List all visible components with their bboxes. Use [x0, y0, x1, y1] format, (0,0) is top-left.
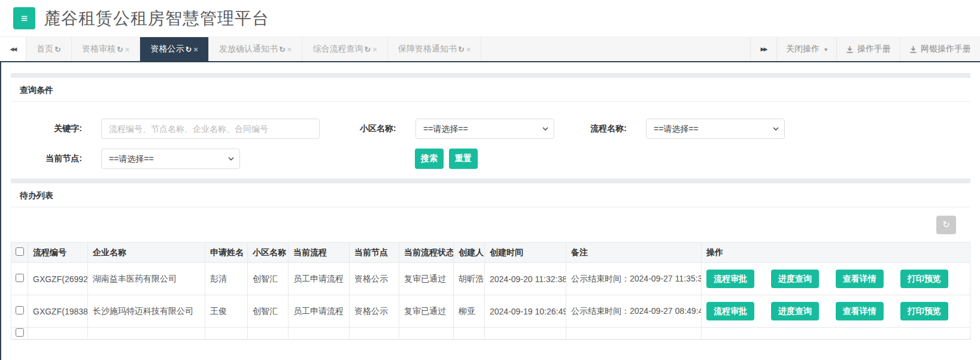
col-created: 创建时间: [485, 243, 566, 263]
tab-process-query[interactable]: 综合流程查询 ↻ ×: [302, 37, 388, 61]
scroll-tabs-right-button[interactable]: ▶▶: [750, 37, 776, 61]
refresh-icon[interactable]: ↻: [279, 45, 286, 54]
close-icon[interactable]: ×: [372, 45, 377, 54]
view-details-button[interactable]: 查看详情: [836, 302, 884, 320]
query-panel-body: 关键字: 小区名称: ==请选择== 流程名称: ==请选择== 当前节点: =…: [11, 102, 970, 169]
table-row: GXGZF(26992) 湖南益丰医药有限公司 彭清 创智汇 员工申请流程 资格…: [11, 263, 970, 295]
bank-manual-link[interactable]: 网银操作手册: [900, 37, 980, 61]
tab-bar: ◀◀ 首页 ↻ 资格审核 ↻ × 资格公示 ↻ × 发放确认通知书 ↻ × 综合…: [0, 37, 980, 62]
cell-remark: 公示结束时间：2024-09-27 11:35:35: [566, 263, 702, 295]
community-select-wrap: ==请选择==: [415, 119, 554, 139]
tabbar-spacer: [481, 37, 750, 61]
col-process-no: 流程编号: [28, 243, 88, 263]
cell-process: 员工申请流程: [289, 295, 350, 328]
tab-label: 发放确认通知书: [219, 44, 278, 55]
col-process: 当前流程: [289, 243, 350, 263]
tab-home[interactable]: 首页 ↻: [26, 37, 72, 61]
hamburger-menu-button[interactable]: ≡: [13, 7, 35, 29]
download-icon: [909, 46, 917, 53]
tab-label: 保障资格通知书: [398, 44, 457, 55]
refresh-icon[interactable]: ↻: [54, 45, 61, 54]
cell-community: 创智汇: [248, 295, 289, 328]
double-left-icon: ◀◀: [10, 46, 16, 52]
cell-node: 资格公示: [350, 295, 399, 328]
col-community: 小区名称: [248, 243, 289, 263]
todo-toolbar: ↻: [11, 207, 970, 242]
caret-down-icon: ▾: [824, 46, 827, 53]
todo-panel-title: 待办列表: [11, 183, 970, 207]
table-row-partial: [11, 328, 970, 340]
close-icon[interactable]: ×: [466, 45, 471, 54]
cell-process: 员工申请流程: [289, 263, 350, 295]
col-company: 企业名称: [88, 243, 205, 263]
print-preview-button[interactable]: 打印预览: [900, 302, 948, 320]
select-all-checkbox[interactable]: [16, 247, 24, 256]
scroll-tabs-left-button[interactable]: ◀◀: [0, 37, 26, 61]
refresh-icon[interactable]: ↻: [185, 45, 192, 54]
cell-creator: 柳亚: [454, 295, 485, 328]
col-applicant: 申请姓名: [205, 243, 248, 263]
progress-query-button[interactable]: 进度查询: [771, 302, 819, 320]
close-icon[interactable]: ×: [287, 45, 292, 54]
col-actions: 操作: [702, 243, 970, 263]
cell-creator: 胡昕浩: [454, 263, 485, 295]
tab-label: 资格审核: [82, 44, 116, 55]
bank-manual-label: 网银操作手册: [921, 44, 971, 55]
panel-top-strip: [11, 179, 970, 183]
col-status: 当前流程状态: [399, 243, 454, 263]
tab-guarantee-notice[interactable]: 保障资格通知书 ↻ ×: [388, 37, 482, 61]
cell-status: 复审已通过: [399, 295, 454, 328]
main-content: 查询条件 关键字: 小区名称: ==请选择== 流程名称: ==请选择== 当前…: [0, 62, 980, 360]
process-approval-button[interactable]: 流程审批: [706, 270, 754, 288]
double-right-icon: ▶▶: [761, 46, 767, 52]
refresh-table-button[interactable]: ↻: [936, 216, 956, 234]
tab-qualification-review[interactable]: 资格审核 ↻ ×: [72, 37, 141, 61]
community-label: 小区名称:: [360, 123, 396, 134]
cell-actions: 流程审批 进度查询 查看详情 打印预览: [702, 263, 970, 295]
row-checkbox[interactable]: [16, 306, 24, 314]
row-checkbox[interactable]: [16, 274, 24, 282]
operation-manual-link[interactable]: 操作手册: [836, 37, 900, 61]
refresh-icon[interactable]: ↻: [117, 45, 123, 54]
cell-remark: 公示结束时间：2024-09-27 08:49:44: [566, 295, 702, 328]
reset-button[interactable]: 重置: [449, 149, 478, 169]
row-checkbox[interactable]: [16, 328, 24, 337]
query-conditions-panel: 查询条件 关键字: 小区名称: ==请选择== 流程名称: ==请选择== 当前…: [11, 73, 970, 169]
todo-table: 流程编号 企业名称 申请姓名 小区名称 当前流程 当前节点 当前流程状态 创建人…: [11, 242, 970, 340]
search-button[interactable]: 搜索: [415, 149, 444, 169]
current-node-label: 当前节点:: [20, 153, 82, 164]
col-remark: 备注: [566, 243, 702, 263]
process-name-label: 流程名称:: [590, 123, 626, 134]
cell-community: 创智汇: [248, 263, 289, 295]
query-form-row-2: 当前节点: ==请选择== 搜索 重置: [20, 149, 961, 169]
download-icon: [846, 46, 854, 53]
col-node: 当前节点: [350, 243, 399, 263]
tab-issue-confirmation-notice[interactable]: 发放确认通知书 ↻ ×: [209, 37, 303, 61]
node-select-wrap: ==请选择==: [101, 149, 240, 169]
cell-status: 复审已通过: [399, 263, 454, 295]
operation-manual-label: 操作手册: [857, 44, 891, 55]
cell-node: 资格公示: [350, 263, 399, 295]
query-form-row-1: 关键字: 小区名称: ==请选择== 流程名称: ==请选择==: [20, 119, 961, 139]
current-node-select[interactable]: ==请选择==: [101, 149, 240, 169]
process-select[interactable]: ==请选择==: [646, 119, 785, 139]
page-title: 麓谷租赁公租房智慧管理平台: [44, 7, 269, 30]
cell-created: 2024-09-19 10:26:49: [485, 295, 566, 328]
refresh-icon[interactable]: ↻: [458, 45, 465, 54]
keyword-input[interactable]: [101, 119, 320, 139]
close-icon[interactable]: ×: [193, 45, 198, 54]
refresh-icon[interactable]: ↻: [364, 45, 371, 54]
community-select[interactable]: ==请选择==: [415, 119, 554, 139]
tab-qualification-publicity[interactable]: 资格公示 ↻ ×: [140, 37, 209, 61]
print-preview-button[interactable]: 打印预览: [900, 270, 948, 288]
close-icon[interactable]: ×: [125, 45, 130, 54]
tab-label: 资格公示: [150, 44, 184, 55]
tab-label: 首页: [37, 44, 53, 55]
view-details-button[interactable]: 查看详情: [836, 270, 884, 288]
process-approval-button[interactable]: 流程审批: [706, 302, 754, 320]
cell-process-no: GXGZF(19838): [28, 295, 88, 328]
cell-created: 2024-09-20 11:32:38: [485, 263, 566, 295]
progress-query-button[interactable]: 进度查询: [771, 270, 819, 288]
close-operations-dropdown[interactable]: 关闭操作 ▾: [776, 37, 836, 61]
app-header: ≡ 麓谷租赁公租房智慧管理平台: [0, 0, 980, 37]
